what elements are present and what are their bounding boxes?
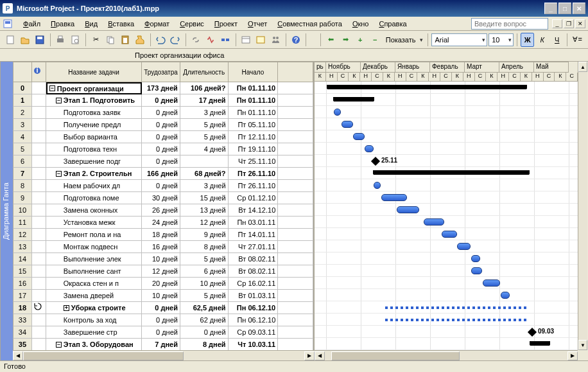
duration-cell[interactable]: 3 дней <box>180 180 229 192</box>
gantt-row[interactable] <box>315 277 578 289</box>
duration-cell[interactable]: 0 дней <box>180 326 229 339</box>
task-name-cell[interactable]: Ремонт пола и на <box>46 229 142 241</box>
print-preview-button[interactable] <box>69 33 82 47</box>
task-row[interactable]: 14Выполнение элек10 дней5 днейВт 08.02.1… <box>13 253 313 265</box>
menu-правка[interactable]: Правка <box>46 19 80 29</box>
extra-cell[interactable] <box>278 107 313 119</box>
task-row[interactable]: 3Получение предл0 дней5 днейПт 05.11.10 <box>13 119 313 131</box>
start-cell[interactable]: Ср 01.12.10 <box>229 192 279 204</box>
col-duration[interactable]: Длительность <box>180 62 229 82</box>
task-row[interactable]: 11Установка межк24 дней12 днейПн 03.01.1… <box>13 217 313 229</box>
milestone-diamond[interactable] <box>528 328 537 337</box>
col-name[interactable]: Название задачи <box>46 62 142 82</box>
summary-bar[interactable] <box>530 341 549 346</box>
grid-horizontal-scrollbar[interactable]: ◀ ▶ <box>13 350 315 360</box>
close-button[interactable]: ✕ <box>573 3 585 14</box>
gantt-row[interactable] <box>315 191 578 204</box>
menu-вид[interactable]: Вид <box>80 19 103 29</box>
row-number[interactable]: 33 <box>13 314 32 326</box>
task-row[interactable]: 16Окраска стен и п20 дней10 днейСр 16.02… <box>13 278 313 290</box>
mdi-minimize-button[interactable]: _ <box>552 19 562 28</box>
row-number[interactable]: 9 <box>13 192 32 204</box>
extra-cell[interactable] <box>278 168 313 180</box>
start-cell[interactable]: Ср 09.03.11 <box>229 326 279 339</box>
summary-bar[interactable] <box>327 85 526 89</box>
gantt-row[interactable] <box>315 130 578 143</box>
duration-cell[interactable]: 12 дней <box>180 217 229 229</box>
task-name-cell[interactable]: Контроль за ход <box>46 314 142 326</box>
new-button[interactable] <box>4 33 17 47</box>
task-name-cell[interactable]: Окраска стен и п <box>46 278 142 290</box>
gantt-row[interactable] <box>315 228 578 240</box>
start-cell[interactable]: Пн 06.12.10 <box>229 302 279 314</box>
task-row[interactable]: 5Подготовка техн0 дней4 днейПт 19.11.10 <box>13 143 313 155</box>
task-row[interactable]: 33Контроль за ход0 дней62 днейПн 06.12.1… <box>13 314 313 326</box>
work-cell[interactable]: 0 дней <box>142 155 180 168</box>
row-number[interactable]: 12 <box>13 229 32 241</box>
duration-cell[interactable]: 106 дней? <box>180 82 229 94</box>
extra-cell[interactable] <box>278 265 313 278</box>
outline-toggle[interactable]: − <box>56 342 62 348</box>
row-number[interactable]: 0 <box>13 82 32 94</box>
task-row[interactable]: 12Ремонт пола и на18 дней9 днейПт 14.01.… <box>13 229 313 241</box>
task-name-cell[interactable]: Замена дверей <box>46 290 142 302</box>
menu-отчет[interactable]: Отчет <box>243 19 272 29</box>
menu-вставка[interactable]: Вставка <box>103 19 139 29</box>
task-bar[interactable] <box>471 267 482 274</box>
start-cell[interactable]: Чт 27.01.11 <box>229 241 279 253</box>
task-bar[interactable] <box>471 255 480 262</box>
outline-toggle[interactable]: − <box>49 85 55 91</box>
task-name-cell[interactable]: Выбор варианта <box>46 131 142 143</box>
row-number[interactable]: 13 <box>13 241 32 253</box>
task-row[interactable]: 1−Этап 1. Подготовить0 дней17 днейПн 01.… <box>13 94 313 107</box>
show-dropdown[interactable]: Показать <box>383 33 425 46</box>
open-button[interactable] <box>19 33 32 47</box>
duration-cell[interactable]: 4 дней <box>180 143 229 155</box>
task-name-cell[interactable]: Получение предл <box>46 119 142 131</box>
task-name-cell[interactable]: Выполнение элек <box>46 253 142 265</box>
work-cell[interactable]: 7 дней <box>142 339 180 350</box>
task-row[interactable]: 6Завершение подг0 днейЧт 25.11.10 <box>13 155 313 168</box>
row-number[interactable]: 8 <box>13 180 32 192</box>
task-row[interactable]: 4Выбор варианта0 дней5 днейПт 12.11.10 <box>13 131 313 143</box>
gantt-row[interactable] <box>315 82 578 94</box>
save-button[interactable] <box>33 33 47 47</box>
row-number[interactable]: 1 <box>13 94 32 107</box>
filter-button[interactable]: ∀= <box>571 33 584 47</box>
work-cell[interactable]: 0 дней <box>142 131 180 143</box>
start-cell[interactable]: Пт 05.11.10 <box>229 119 279 131</box>
duration-cell[interactable]: 5 дней <box>180 253 229 265</box>
duration-cell[interactable]: 13 дней <box>180 204 229 217</box>
start-cell[interactable]: Пт 19.11.10 <box>229 143 279 155</box>
duration-cell[interactable]: 6 дней <box>180 265 229 278</box>
start-cell[interactable]: Пн 01.11.10 <box>229 107 279 119</box>
gantt-row[interactable] <box>315 240 578 252</box>
task-row[interactable]: 7−Этап 2. Строительн166 дней68 дней?Пт 2… <box>13 168 313 180</box>
gantt-row[interactable] <box>315 216 578 228</box>
task-name-cell[interactable]: Завершение подг <box>46 155 142 168</box>
progress-bar[interactable] <box>385 319 526 321</box>
extra-cell[interactable] <box>278 302 313 314</box>
summary-bar[interactable] <box>374 170 529 175</box>
start-cell[interactable]: Чт 25.11.10 <box>229 155 279 168</box>
outline-toggle[interactable]: − <box>56 98 62 103</box>
vertical-scrollbar[interactable]: ▲ ▼ <box>578 62 588 350</box>
work-cell[interactable]: 0 дней <box>142 107 180 119</box>
work-cell[interactable]: 0 дней <box>142 180 180 192</box>
task-name-cell[interactable]: Установка межк <box>46 217 142 229</box>
row-number[interactable]: 4 <box>13 131 32 143</box>
copy-button[interactable] <box>104 33 117 47</box>
task-bar[interactable] <box>483 279 500 287</box>
task-bar[interactable] <box>457 243 471 250</box>
gantt-row[interactable] <box>315 143 578 155</box>
extra-cell[interactable] <box>278 155 313 168</box>
col-work[interactable]: Трудозатра <box>142 62 180 82</box>
underline-button[interactable]: Ч <box>550 33 564 47</box>
task-name-cell[interactable]: Подготовка поме <box>46 192 142 204</box>
show-subtasks-button[interactable]: + <box>354 33 367 47</box>
work-cell[interactable]: 20 дней <box>142 278 180 290</box>
hide-subtasks-button[interactable]: − <box>368 33 382 47</box>
duration-cell[interactable]: 5 дней <box>180 119 229 131</box>
row-number[interactable]: 16 <box>13 278 32 290</box>
view-sidebar[interactable]: Диаграмма Ганта <box>0 62 13 360</box>
